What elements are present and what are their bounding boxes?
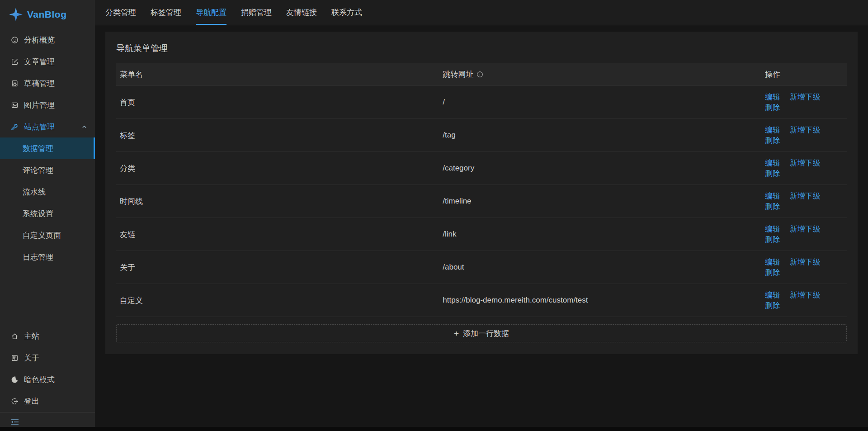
sidebar-item-logout[interactable]: 登出 <box>0 390 95 412</box>
delete-link[interactable]: 删除 <box>765 136 780 145</box>
sidebar-item-draft-management[interactable]: 草稿管理 <box>0 72 95 94</box>
sidebar-subitem-data-management[interactable]: 数据管理 <box>0 137 95 159</box>
delete-link[interactable]: 删除 <box>765 103 780 112</box>
delete-link[interactable]: 删除 <box>765 202 780 211</box>
add-child-link[interactable]: 新增下级 <box>790 93 821 101</box>
top-tabbar: 分类管理 标签管理 导航配置 捐赠管理 友情链接 联系方式 <box>95 0 868 25</box>
table-row: 首页 / 编辑 新增下级 删除 <box>116 86 847 119</box>
menu-name-cell: 分类 <box>116 152 439 185</box>
smile-icon <box>11 36 19 44</box>
tab-friend-links[interactable]: 友情链接 <box>286 0 317 25</box>
table-row: 分类 /category 编辑 新增下级 删除 <box>116 152 847 185</box>
tab-contact[interactable]: 联系方式 <box>331 0 362 25</box>
column-header-url-label: 跳转网址 <box>443 69 473 80</box>
nav-menu-card: 导航菜单管理 菜单名 跳转网址 <box>105 32 858 354</box>
menu-url-cell: / <box>439 86 761 119</box>
sidebar-item-article-management[interactable]: 文章管理 <box>0 51 95 72</box>
sidebar-subitem-label: 日志管理 <box>23 252 53 262</box>
delete-link[interactable]: 删除 <box>765 235 780 244</box>
row-actions-cell: 编辑 新增下级 删除 <box>761 251 847 284</box>
menu-url-cell: /tag <box>439 119 761 152</box>
card-title: 导航菜单管理 <box>116 43 847 54</box>
app-logo[interactable]: VanBlog <box>0 0 95 29</box>
add-child-link[interactable]: 新增下级 <box>790 258 821 266</box>
row-actions-cell: 编辑 新增下级 删除 <box>761 152 847 185</box>
tab-label: 分类管理 <box>105 7 136 18</box>
column-header-url: 跳转网址 <box>439 63 761 86</box>
sidebar-subitem-label: 流水线 <box>23 187 46 197</box>
plus-icon: + <box>454 329 459 338</box>
edit-link[interactable]: 编辑 <box>765 93 780 101</box>
add-child-link[interactable]: 新增下级 <box>790 126 821 134</box>
tab-nav-config[interactable]: 导航配置 <box>196 0 226 25</box>
delete-link[interactable]: 删除 <box>765 169 780 178</box>
add-child-link[interactable]: 新增下级 <box>790 291 821 299</box>
sidebar-item-main-site[interactable]: 主站 <box>0 325 95 347</box>
sidebar-item-label: 关于 <box>24 353 39 363</box>
sidebar-subitem-comment-management[interactable]: 评论管理 <box>0 159 95 181</box>
menu-name-cell: 时间线 <box>116 185 439 218</box>
table-row: 标签 /tag 编辑 新增下级 删除 <box>116 119 847 152</box>
tab-donation-management[interactable]: 捐赠管理 <box>241 0 272 25</box>
star-logo-icon <box>9 8 23 21</box>
tab-label: 友情链接 <box>286 7 317 18</box>
row-actions-cell: 编辑 新增下级 删除 <box>761 218 847 251</box>
sidebar-subitem-label: 自定义页面 <box>23 230 61 241</box>
sidebar-subitem-label: 系统设置 <box>23 208 53 219</box>
sidebar-subitem-label: 数据管理 <box>23 143 53 154</box>
menu-name-cell: 关于 <box>116 251 439 284</box>
edit-link[interactable]: 编辑 <box>765 258 780 266</box>
sidebar-subitem-system-settings[interactable]: 系统设置 <box>0 203 95 224</box>
delete-link[interactable]: 删除 <box>765 301 780 310</box>
table-row: 自定义 https://blog-demo.mereith.com/custom… <box>116 284 847 317</box>
sidebar-item-site-management[interactable]: 站点管理 <box>0 116 95 137</box>
main-area: 分类管理 标签管理 导航配置 捐赠管理 友情链接 联系方式 导航菜单管理 菜单名 <box>95 0 868 431</box>
tab-tag-management[interactable]: 标签管理 <box>151 0 181 25</box>
sidebar-item-image-management[interactable]: 图片管理 <box>0 94 95 116</box>
chevron-up-icon <box>82 124 87 129</box>
tab-category-management[interactable]: 分类管理 <box>105 0 136 25</box>
wrench-icon <box>11 123 19 131</box>
draft-icon <box>11 80 19 87</box>
sidebar-item-label: 草稿管理 <box>24 78 55 89</box>
tab-label: 捐赠管理 <box>241 7 272 18</box>
sidebar-item-label: 主站 <box>24 331 39 341</box>
sidebar-subitem-custom-pages[interactable]: 自定义页面 <box>0 224 95 246</box>
column-header-actions: 操作 <box>761 63 847 86</box>
nav-menu-table: 菜单名 跳转网址 <box>116 63 847 317</box>
sidebar-item-label: 图片管理 <box>24 100 55 110</box>
window-bottom-strip <box>0 427 868 431</box>
edit-link[interactable]: 编辑 <box>765 291 780 299</box>
sidebar-subitem-log-management[interactable]: 日志管理 <box>0 246 95 268</box>
row-actions-cell: 编辑 新增下级 删除 <box>761 119 847 152</box>
add-row-button[interactable]: + 添加一行数据 <box>116 324 847 342</box>
sidebar-subitem-pipeline[interactable]: 流水线 <box>0 181 95 203</box>
add-child-link[interactable]: 新增下级 <box>790 192 821 200</box>
sidebar-item-about[interactable]: 关于 <box>0 347 95 369</box>
info-circle-icon[interactable] <box>476 71 483 78</box>
sidebar-item-dark-mode[interactable]: 暗色模式 <box>0 369 95 390</box>
edit-link[interactable]: 编辑 <box>765 159 780 167</box>
sidebar-item-label: 暗色模式 <box>24 374 55 385</box>
menu-name-cell: 自定义 <box>116 284 439 317</box>
menu-url-cell: /about <box>439 251 761 284</box>
add-child-link[interactable]: 新增下级 <box>790 159 821 167</box>
menu-url-cell: /timeline <box>439 185 761 218</box>
menu-name-cell: 标签 <box>116 119 439 152</box>
delete-link[interactable]: 删除 <box>765 268 780 277</box>
project-icon <box>11 354 19 362</box>
sidebar-item-label: 文章管理 <box>24 57 55 67</box>
tab-label: 联系方式 <box>331 7 362 18</box>
moon-icon <box>11 376 19 384</box>
sidebar-spacer <box>0 268 95 325</box>
content-area: 导航菜单管理 菜单名 跳转网址 <box>95 25 868 431</box>
sidebar-item-analytics-overview[interactable]: 分析概览 <box>0 29 95 51</box>
tab-label: 导航配置 <box>196 7 226 18</box>
edit-link[interactable]: 编辑 <box>765 225 780 233</box>
app-title: VanBlog <box>27 9 67 20</box>
add-row-label: 添加一行数据 <box>463 328 509 339</box>
edit-link[interactable]: 编辑 <box>765 126 780 134</box>
add-child-link[interactable]: 新增下级 <box>790 225 821 233</box>
edit-link[interactable]: 编辑 <box>765 192 780 200</box>
menu-fold-icon <box>11 418 19 426</box>
